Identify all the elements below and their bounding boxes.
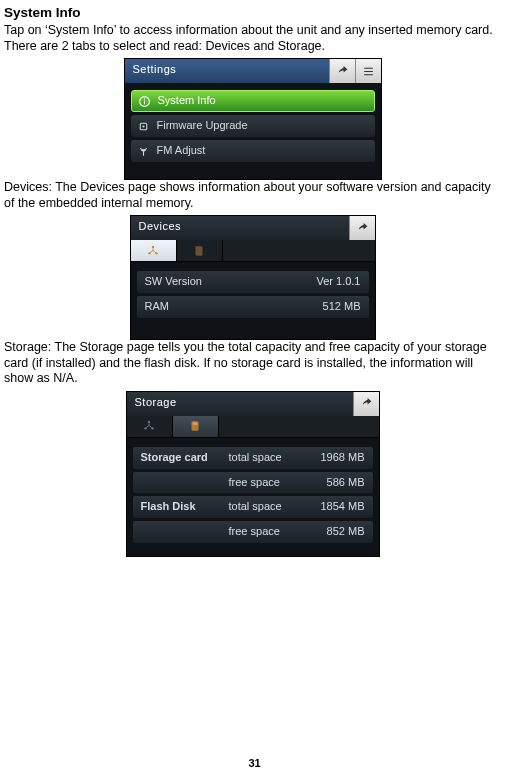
metric-label: free space xyxy=(229,525,327,539)
svg-point-5 xyxy=(152,246,154,248)
value: Ver 1.0.1 xyxy=(316,275,360,289)
menu-item-fm-adjust[interactable]: FM Adjust xyxy=(131,140,375,162)
intro-paragraph: Tap on ‘System Info’ to access informati… xyxy=(4,23,501,54)
figure-devices-title: Devices xyxy=(131,216,349,240)
info-icon xyxy=(138,95,151,108)
label: RAM xyxy=(145,300,169,314)
figure-settings: Settings System Info Firmware Upgrade xyxy=(124,58,382,180)
svg-point-9 xyxy=(148,421,150,423)
tab-storage[interactable] xyxy=(173,416,219,437)
row-sw-version: SW Version Ver 1.0.1 xyxy=(137,271,369,293)
svg-point-4 xyxy=(142,125,144,127)
value: 586 MB xyxy=(327,476,365,490)
value: 1968 MB xyxy=(320,451,364,465)
svg-rect-2 xyxy=(143,98,144,99)
metric-label: total space xyxy=(229,451,321,465)
storage-tabstrip xyxy=(127,416,379,438)
storage-icon xyxy=(188,419,202,433)
svg-rect-1 xyxy=(143,100,144,104)
back-button[interactable] xyxy=(349,216,375,240)
page-number: 31 xyxy=(0,757,509,771)
storage-info-list: Storage card total space 1968 MB free sp… xyxy=(127,438,379,556)
menu-item-label: Firmware Upgrade xyxy=(157,119,248,133)
network-icon xyxy=(142,419,156,433)
row-storage-card-total: Storage card total space 1968 MB xyxy=(133,447,373,469)
page-title: System Info xyxy=(4,5,501,22)
menu-lines-icon xyxy=(362,65,375,78)
storage-paragraph: Storage: The Storage page tells you the … xyxy=(4,340,501,387)
back-button[interactable] xyxy=(329,59,355,83)
tab-devices[interactable] xyxy=(127,416,173,437)
row-flash-disk-total: Flash Disk total space 1854 MB xyxy=(133,496,373,518)
devices-info-list: SW Version Ver 1.0.1 RAM 512 MB xyxy=(131,262,375,339)
value: 852 MB xyxy=(327,525,365,539)
menu-button[interactable] xyxy=(355,59,381,83)
label: SW Version xyxy=(145,275,202,289)
svg-rect-13 xyxy=(193,423,198,425)
tab-storage[interactable] xyxy=(177,240,223,261)
menu-item-label: System Info xyxy=(158,94,216,108)
menu-item-system-info[interactable]: System Info xyxy=(131,90,375,112)
back-arrow-icon xyxy=(356,222,369,235)
figure-devices: Devices SW Version Ver 1.0.1 RAM 512 M xyxy=(130,215,376,340)
settings-menu-list: System Info Firmware Upgrade FM Adjust xyxy=(125,83,381,179)
antenna-icon xyxy=(137,145,150,158)
devices-paragraph: Devices: The Devices page shows informat… xyxy=(4,180,501,211)
figure-storage: Storage Storage card total space 1968 MB xyxy=(126,391,380,557)
back-arrow-icon xyxy=(360,397,373,410)
devices-tabstrip xyxy=(131,240,375,262)
tab-devices[interactable] xyxy=(131,240,177,261)
menu-item-label: FM Adjust xyxy=(157,144,206,158)
figure-storage-title: Storage xyxy=(127,392,353,416)
metric-label: free space xyxy=(229,476,327,490)
device-label: Storage card xyxy=(141,451,229,465)
chip-icon xyxy=(137,120,150,133)
value: 512 MB xyxy=(323,300,361,314)
storage-icon xyxy=(192,244,206,258)
row-flash-disk-free: free space 852 MB xyxy=(133,521,373,543)
value: 1854 MB xyxy=(320,500,364,514)
metric-label: total space xyxy=(229,500,321,514)
figure-settings-title: Settings xyxy=(125,59,329,83)
svg-rect-8 xyxy=(196,246,203,255)
menu-item-firmware-upgrade[interactable]: Firmware Upgrade xyxy=(131,115,375,137)
back-button[interactable] xyxy=(353,392,379,416)
row-storage-card-free: free space 586 MB xyxy=(133,472,373,494)
device-label: Flash Disk xyxy=(141,500,229,514)
back-arrow-icon xyxy=(336,65,349,78)
network-icon xyxy=(146,244,160,258)
row-ram: RAM 512 MB xyxy=(137,296,369,318)
